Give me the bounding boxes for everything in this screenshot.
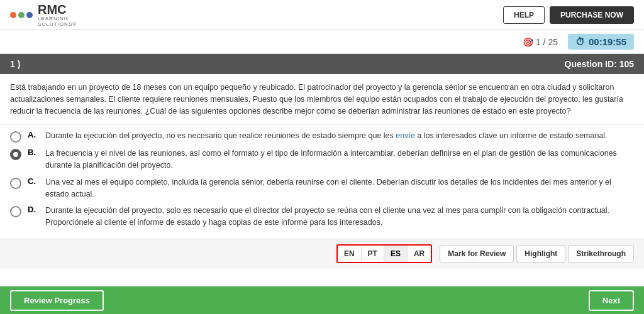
option-text-b: La frecuencia y el nivel de las reunione… [45, 148, 634, 171]
logo-text: RMC LEARNING SOLUTIONS® [38, 3, 77, 28]
purchase-button[interactable]: PURCHASE NOW [550, 6, 634, 24]
option-text-c: Una vez al mes el equipo completo, inclu… [45, 176, 634, 200]
option-text-a: Durante la ejecución del proyecto, no es… [45, 130, 608, 142]
logo-rmc: RMC [38, 3, 77, 16]
timer-box: ⏱ 00:19:55 [568, 34, 634, 50]
option-label-d: D. [28, 205, 39, 214]
radio-d[interactable] [10, 206, 21, 217]
option-label-a: A. [28, 130, 39, 139]
question-body: Está trabajando en un proyecto de 18 mes… [0, 74, 644, 125]
mark-for-review-button[interactable]: Mark for Review [440, 245, 514, 263]
logo-area: RMC LEARNING SOLUTIONS® [10, 3, 77, 28]
dot-blue [26, 12, 33, 18]
timer-icon: ⏱ [575, 36, 585, 47]
counter-icon: 🎯 [523, 37, 533, 47]
option-label-c: C. [28, 176, 39, 186]
lang-ar[interactable]: AR [408, 246, 431, 262]
header: RMC LEARNING SOLUTIONS® HELP PURCHASE NO… [0, 0, 644, 30]
counter-value: 1 / 25 [536, 37, 558, 47]
highlight-button[interactable]: Highlight [516, 245, 565, 263]
option-row-b[interactable]: B. La frecuencia y el nivel de las reuni… [10, 148, 634, 171]
review-progress-button[interactable]: Review Progress [10, 290, 104, 311]
toolbar-row: EN PT ES AR Mark for Review Highlight St… [0, 239, 644, 269]
header-buttons: HELP PURCHASE NOW [503, 6, 634, 24]
option-row-c[interactable]: C. Una vez al mes el equipo completo, in… [10, 176, 634, 200]
strikethrough-button[interactable]: Strikethrough [568, 245, 634, 263]
lang-en[interactable]: EN [338, 246, 362, 262]
question-header: 1 ) Question ID: 105 [0, 54, 644, 74]
options-container: A. Durante la ejecución del proyecto, no… [0, 125, 644, 239]
question-counter: 🎯 1 / 25 [523, 37, 558, 47]
option-text-d: Durante la ejecución del proyecto, solo … [45, 205, 634, 229]
main-content: 1 ) Question ID: 105 Está trabajando en … [0, 54, 644, 286]
radio-a[interactable] [10, 131, 21, 143]
help-button[interactable]: HELP [503, 6, 545, 24]
timer-value: 00:19:55 [589, 36, 626, 47]
logo-sub: LEARNING SOLUTIONS® [38, 16, 77, 28]
footer: Review Progress Next [0, 286, 644, 314]
next-button[interactable]: Next [589, 290, 634, 311]
option-row-a[interactable]: A. Durante la ejecución del proyecto, no… [10, 130, 634, 143]
logo-dots [10, 12, 33, 18]
language-group: EN PT ES AR [336, 244, 432, 263]
progress-row: 🎯 1 / 25 ⏱ 00:19:55 [0, 30, 644, 54]
dot-red [10, 12, 16, 18]
question-number: 1 ) [10, 59, 20, 69]
radio-b[interactable] [10, 149, 21, 160]
radio-c[interactable] [10, 178, 21, 189]
question-id: Question ID: 105 [565, 59, 634, 69]
option-label-b: B. [28, 148, 39, 157]
lang-es[interactable]: ES [384, 246, 408, 262]
option-row-d[interactable]: D. Durante la ejecución del proyecto, so… [10, 205, 634, 229]
dot-green [18, 12, 25, 18]
question-text: Está trabajando en un proyecto de 18 mes… [10, 82, 634, 117]
lang-pt[interactable]: PT [362, 246, 384, 262]
